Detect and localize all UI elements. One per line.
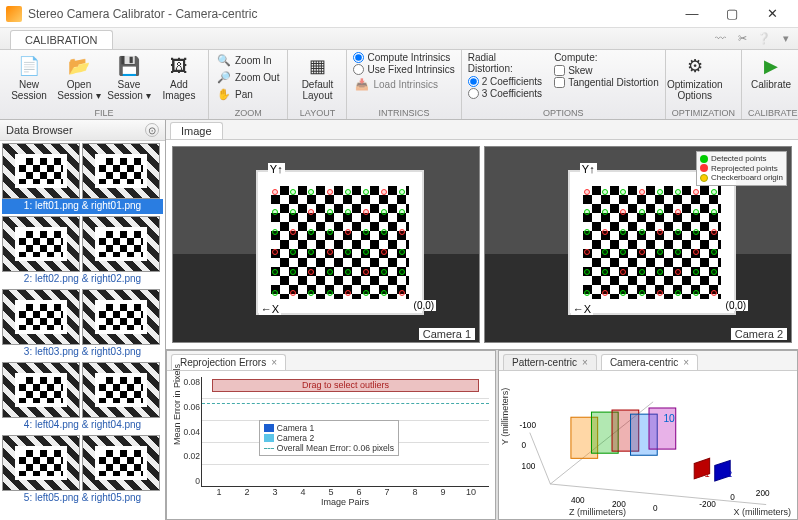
new-icon: 📄	[17, 54, 41, 78]
image-pair-item[interactable]: 5: left05.png & right05.png	[0, 433, 165, 506]
thumb-left	[2, 216, 80, 272]
gear-icon: ⚙	[683, 54, 707, 78]
close-tab-icon[interactable]: ×	[271, 357, 277, 368]
group-optimization: ⚙Optimization Options OPTIMIZATION	[666, 50, 742, 119]
thumb-right	[82, 362, 160, 418]
help-cut-icon[interactable]: ✂	[734, 30, 750, 46]
svg-text:2: 2	[727, 469, 732, 479]
image-pair-item[interactable]: 1: left01.png & right01.png	[0, 141, 165, 214]
close-tab-icon[interactable]: ×	[582, 357, 588, 368]
group-layout-label: LAYOUT	[294, 107, 340, 119]
svg-text:0: 0	[522, 441, 527, 450]
group-calibrate: ▶Calibrate CALIBRATE	[742, 50, 798, 119]
image-legend: Detected points Reprojected points Check…	[696, 151, 787, 186]
collapse-icon[interactable]: ⊙	[145, 123, 159, 137]
group-zoom: 🔍Zoom In 🔎Zoom Out ✋Pan ZOOM	[209, 50, 288, 119]
check-tangential[interactable]: Tangential Distortion	[554, 77, 659, 88]
camera2-view[interactable]: Y↑ ←X (0,0) Camera 2 Detected points Rep…	[484, 146, 792, 343]
thumb-right	[82, 143, 160, 199]
svg-text:10: 10	[663, 413, 675, 424]
data-browser: Data Browser ⊙ 1: left01.png & right01.p…	[0, 120, 166, 520]
svg-text:-100: -100	[520, 421, 537, 430]
play-icon: ▶	[759, 54, 783, 78]
thumb-left	[2, 362, 80, 418]
camera1-view[interactable]: Y↑ ←X (0,0) Camera 1	[172, 146, 480, 343]
pan-icon: ✋	[217, 87, 231, 101]
tab-pattern-centric[interactable]: Pattern-centric×	[503, 354, 597, 370]
radio-compute-intrinsics[interactable]: Compute Intrinsics	[353, 52, 454, 63]
axis-y-label: Y↑	[268, 163, 285, 175]
radio-3-coeff[interactable]: 3 Coefficients	[468, 88, 542, 99]
pair-label: 1: left01.png & right01.png	[2, 199, 163, 214]
tab-camera-centric[interactable]: Camera-centric×	[601, 354, 698, 370]
calibrate-button[interactable]: ▶Calibrate	[748, 52, 794, 93]
reprojection-chart[interactable]: Mean Error in Pixels 0.080.060.040.020 D…	[167, 371, 495, 519]
main: Data Browser ⊙ 1: left01.png & right01.p…	[0, 120, 798, 520]
group-layout: ▦Default Layout LAYOUT	[288, 50, 347, 119]
image-pair-item[interactable]: 3: left03.png & right03.png	[0, 287, 165, 360]
axis-x-label: ←X	[571, 303, 593, 315]
svg-text:0: 0	[730, 493, 735, 502]
x-axis-label: X (millimeters)	[734, 507, 792, 517]
pair-label: 2: left02.png & right02.png	[2, 272, 163, 287]
thumb-left	[2, 143, 80, 199]
save-session-button[interactable]: 💾Save Session ▾	[106, 52, 152, 103]
open-session-button[interactable]: 📂Open Session ▾	[56, 52, 102, 103]
svg-text:200: 200	[756, 489, 770, 498]
app-icon	[6, 6, 22, 22]
extrinsics-3d-view[interactable]: -100 0 100 400 200 0 -200 0 200	[499, 371, 797, 519]
thumb-right	[82, 289, 160, 345]
zoom-in-button[interactable]: 🔍Zoom In	[215, 52, 281, 68]
origin-label: (0,0)	[724, 300, 749, 311]
svg-text:100: 100	[522, 462, 536, 471]
maximize-button[interactable]: ▢	[712, 0, 752, 28]
y-axis-label: Y (millimeters)	[500, 388, 510, 445]
zoom-in-icon: 🔍	[217, 53, 231, 67]
reprojection-panel: Reprojection Errors× Mean Error in Pixel…	[166, 350, 496, 520]
svg-line-2	[530, 433, 551, 484]
data-browser-header: Data Browser ⊙	[0, 120, 165, 141]
ribbon-opts-icon[interactable]: ▾	[778, 30, 794, 46]
titlebar: Stereo Camera Calibrator - Camera-centri…	[0, 0, 798, 28]
svg-text:400: 400	[571, 496, 585, 505]
pan-button[interactable]: ✋Pan	[215, 86, 281, 102]
default-layout-button[interactable]: ▦Default Layout	[294, 52, 340, 103]
workarea: Image Y↑ ←X (0,0) Camera 1 Y↑ ←X (0,0) C…	[166, 120, 798, 520]
close-tab-icon[interactable]: ×	[683, 357, 689, 368]
optimization-options-button[interactable]: ⚙Optimization Options	[672, 52, 718, 103]
bottom-panels: Reprojection Errors× Mean Error in Pixel…	[166, 350, 798, 520]
add-images-icon: 🖼	[167, 54, 191, 78]
thumb-left	[2, 435, 80, 491]
group-file: 📄New Session 📂Open Session ▾ 💾Save Sessi…	[0, 50, 209, 119]
tab-image[interactable]: Image	[170, 122, 223, 139]
image-pair-item[interactable]: 4: left04.png & right04.png	[0, 360, 165, 433]
new-session-button[interactable]: 📄New Session	[6, 52, 52, 103]
minimize-button[interactable]: —	[672, 0, 712, 28]
tab-reprojection-errors[interactable]: Reprojection Errors×	[171, 354, 286, 370]
radio-2-coeff[interactable]: 2 Coefficients	[468, 76, 542, 87]
add-images-button[interactable]: 🖼Add Images	[156, 52, 202, 103]
svg-text:1: 1	[704, 469, 709, 479]
group-file-label: FILE	[6, 107, 202, 119]
image-pair-item[interactable]: 2: left02.png & right02.png	[0, 214, 165, 287]
svg-text:-200: -200	[699, 500, 716, 509]
zoom-out-button[interactable]: 🔎Zoom Out	[215, 69, 281, 85]
chart-legend: Camera 1 Camera 2 Overall Mean Error: 0.…	[259, 420, 399, 456]
load-icon: 📥	[355, 77, 369, 91]
check-skew[interactable]: Skew	[554, 65, 659, 76]
zoom-out-icon: 🔎	[217, 70, 231, 84]
load-intrinsics-button[interactable]: 📥Load Intrinsics	[353, 76, 454, 92]
close-button[interactable]: ✕	[752, 0, 792, 28]
group-optimization-label: OPTIMIZATION	[672, 107, 735, 119]
data-browser-title: Data Browser	[6, 124, 73, 136]
thumb-right	[82, 435, 160, 491]
thumb-left	[2, 289, 80, 345]
tab-calibration[interactable]: CALIBRATION	[10, 30, 113, 49]
group-zoom-label: ZOOM	[215, 107, 281, 119]
help-icon[interactable]: ❔	[756, 30, 772, 46]
svg-text:0: 0	[653, 504, 658, 513]
group-options-label: OPTIONS	[468, 107, 659, 119]
thumbnail-list[interactable]: 1: left01.png & right01.png2: left02.png…	[0, 141, 165, 520]
camera2-label: Camera 2	[731, 328, 787, 340]
radio-use-fixed-intrinsics[interactable]: Use Fixed Intrinsics	[353, 64, 454, 75]
